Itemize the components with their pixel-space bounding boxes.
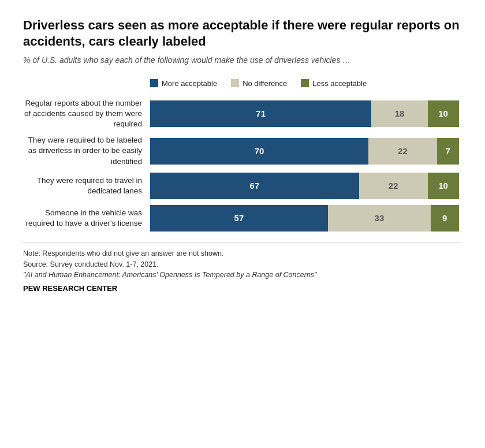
bar-segment-more: 67	[150, 173, 359, 199]
bar-segment-none: 18	[371, 100, 427, 127]
bar-segment-more: 70	[150, 138, 368, 165]
bar-container: 70227	[150, 138, 462, 165]
legend-item-less: Less acceptable	[301, 79, 367, 88]
legend-swatch-more	[150, 79, 158, 87]
chart-row: Regular reports about the number of acci…	[23, 98, 462, 130]
bar-segment-less: 10	[428, 173, 459, 199]
bar-segment-none: 22	[359, 173, 428, 199]
legend-label-more: More acceptable	[162, 79, 217, 88]
footnote-line-1: Source: Survey conducted Nov. 1-7, 2021.	[23, 259, 462, 270]
chart-title: Driverless cars seen as more acceptable …	[23, 17, 462, 49]
legend: More acceptableNo differenceLess accepta…	[150, 79, 462, 88]
bar-segment-more: 57	[150, 205, 328, 232]
pew-research-label: PEW RESEARCH CENTER	[23, 283, 462, 294]
bar-segment-less: 9	[431, 205, 459, 232]
bar-container: 57339	[150, 205, 462, 232]
bar-segment-none: 22	[368, 138, 437, 165]
chart-subtitle: % of U.S. adults who say each of the fol…	[23, 55, 462, 66]
legend-swatch-none	[231, 79, 239, 87]
chart-divider	[23, 242, 462, 242]
chart-row: They were required to be labeled as driv…	[23, 135, 462, 167]
chart-row: They were required to travel in dedicate…	[23, 173, 462, 199]
legend-swatch-less	[301, 79, 309, 87]
footnotes: Note: Respondents who did not give an an…	[23, 248, 462, 294]
chart-rows: Regular reports about the number of acci…	[23, 98, 462, 232]
bar-segment-more: 71	[150, 100, 371, 127]
bar-container: 672210	[150, 173, 462, 199]
footnote-line-0: Note: Respondents who did not give an an…	[23, 248, 462, 259]
legend-label-none: No difference	[242, 79, 287, 88]
row-label: They were required to be labeled as driv…	[23, 135, 150, 167]
legend-label-less: Less acceptable	[312, 79, 367, 88]
bar-segment-less: 7	[437, 138, 459, 165]
bar-container: 711810	[150, 100, 462, 127]
bar-segment-none: 33	[328, 205, 431, 232]
footnote-line-2: "AI and Human Enhancement: Americans' Op…	[23, 270, 462, 281]
bar-segment-less: 10	[428, 100, 459, 127]
legend-item-more: More acceptable	[150, 79, 217, 88]
row-label: Someone in the vehicle was required to h…	[23, 208, 150, 229]
row-label: Regular reports about the number of acci…	[23, 98, 150, 130]
chart-row: Someone in the vehicle was required to h…	[23, 205, 462, 232]
row-label: They were required to travel in dedicate…	[23, 176, 150, 196]
legend-item-none: No difference	[231, 79, 287, 88]
